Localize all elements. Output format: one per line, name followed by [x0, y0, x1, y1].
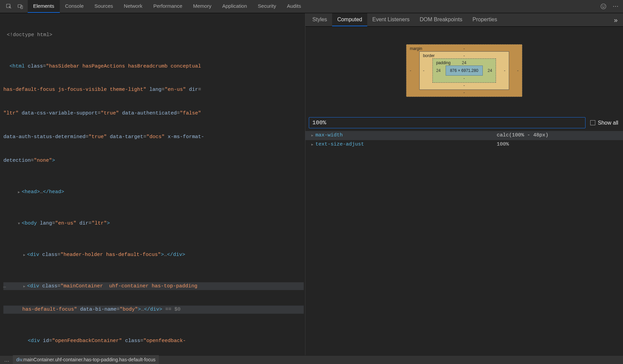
breadcrumb-overflow-icon[interactable]: …: [3, 356, 13, 364]
svg-point-5: [604, 6, 604, 6]
box-padding-left[interactable]: 24: [436, 68, 441, 73]
breadcrumb-classes: .mainContainer.uhf-container.has-top-pad…: [22, 357, 155, 362]
prop-value: calc(100% - 48px): [497, 132, 620, 139]
tab-label: Elements: [33, 2, 54, 10]
svg-point-4: [602, 6, 603, 6]
tab-label: Audits: [287, 2, 301, 10]
expand-triangle-icon[interactable]: [312, 141, 316, 149]
device-toolbar-icon[interactable]: [16, 0, 25, 13]
box-border-right[interactable]: -: [504, 68, 505, 73]
dom-div-header[interactable]: <div class="header-holder has-default-fo…: [3, 251, 304, 259]
feedback-smiley-icon[interactable]: [599, 0, 608, 13]
box-border-left[interactable]: -: [423, 68, 424, 73]
box-border-bottom[interactable]: -: [464, 83, 465, 88]
box-padding-bottom[interactable]: -: [464, 76, 465, 81]
expand-triangle-icon[interactable]: [312, 132, 316, 139]
inspect-element-icon[interactable]: [4, 0, 14, 13]
tab-label: DOM Breakpoints: [420, 16, 462, 24]
computed-properties-list: max-width calc(100% - 48px) text-size-ad…: [305, 131, 623, 149]
selected-node-ref: == $0: [162, 307, 180, 312]
dom-div-feedback[interactable]: <div id="openFeedbackContainer" class="o…: [3, 337, 304, 345]
tab-network[interactable]: Network: [119, 0, 148, 13]
box-border-top[interactable]: -: [464, 53, 465, 58]
tab-styles[interactable]: Styles: [307, 13, 332, 26]
svg-point-6: [613, 6, 614, 7]
tab-security[interactable]: Security: [252, 0, 281, 13]
devtools-main-tabs: Elements Console Sources Network Perform…: [0, 0, 623, 13]
svg-rect-2: [21, 6, 23, 9]
tab-label: Properties: [473, 16, 497, 24]
tab-application[interactable]: Application: [217, 0, 252, 13]
expand-triangle-icon[interactable]: [22, 282, 26, 290]
prop-name: max-width: [316, 132, 343, 139]
tab-label: Sources: [95, 2, 113, 10]
elements-side-tabs: Styles Computed Event Listeners DOM Brea…: [305, 13, 623, 27]
tab-label: Styles: [313, 16, 327, 24]
box-margin-label: margin: [410, 46, 422, 51]
computed-filter-input[interactable]: [309, 117, 585, 128]
dom-div-main-selected[interactable]: …<div class="mainContainer uhf-container…: [3, 282, 304, 290]
dom-doctype[interactable]: <!doctype html>: [3, 31, 304, 39]
box-padding-top[interactable]: 24: [462, 60, 466, 65]
dom-body-open[interactable]: <body lang="en-us" dir="ltr">: [3, 219, 304, 227]
svg-point-7: [615, 6, 616, 7]
tab-label: Console: [65, 2, 84, 10]
box-border-label: border: [423, 53, 435, 58]
tab-sources[interactable]: Sources: [89, 0, 119, 13]
tab-performance[interactable]: Performance: [148, 0, 188, 13]
tab-label: Computed: [337, 16, 362, 24]
elements-dom-tree[interactable]: <!doctype html> <html class="hasSidebar …: [0, 13, 305, 355]
box-margin-left[interactable]: -: [410, 68, 411, 73]
more-menu-icon[interactable]: [611, 0, 620, 13]
tab-label: Memory: [193, 2, 211, 10]
tab-memory[interactable]: Memory: [188, 0, 217, 13]
svg-point-8: [617, 6, 618, 7]
show-all-label: Show all: [598, 119, 618, 127]
dom-head[interactable]: <head>…</head>: [3, 188, 304, 196]
computed-property-row[interactable]: text-size-adjust 100%: [305, 140, 623, 149]
prop-value: 100%: [497, 141, 620, 149]
dom-html-open[interactable]: <html class="hasSidebar hasPageActions h…: [3, 62, 304, 70]
tab-label: Event Listeners: [372, 16, 409, 24]
tab-elements[interactable]: Elements: [28, 0, 60, 13]
tab-event-listeners[interactable]: Event Listeners: [367, 13, 415, 26]
expand-triangle-icon[interactable]: [17, 188, 21, 196]
box-model-diagram[interactable]: margin - - - - border - - - - padding 24: [305, 27, 623, 114]
box-padding-label: padding: [436, 60, 451, 65]
expand-triangle-icon[interactable]: [22, 251, 26, 259]
svg-point-3: [601, 4, 606, 9]
breadcrumb-item[interactable]: div.mainContainer.uhf-container.has-top-…: [13, 355, 159, 364]
show-all-toggle[interactable]: Show all: [590, 119, 618, 127]
tab-console[interactable]: Console: [60, 0, 89, 13]
tab-audits[interactable]: Audits: [281, 0, 306, 13]
elements-breadcrumb[interactable]: … div.mainContainer.uhf-container.has-to…: [0, 355, 623, 364]
tab-label: Network: [124, 2, 143, 10]
tab-label: Application: [222, 2, 247, 10]
expand-triangle-icon[interactable]: [17, 219, 21, 227]
box-content-size[interactable]: 876 × 6971.280: [446, 66, 483, 76]
box-margin-bottom[interactable]: -: [464, 90, 465, 95]
box-margin-right[interactable]: -: [517, 68, 519, 73]
computed-property-row[interactable]: max-width calc(100% - 48px): [305, 131, 623, 140]
breadcrumb-tag: div: [16, 357, 22, 362]
more-tabs-icon[interactable]: »: [610, 13, 621, 26]
checkbox-icon[interactable]: [590, 120, 595, 125]
tab-computed[interactable]: Computed: [332, 13, 367, 26]
tab-label: Security: [258, 2, 276, 10]
box-margin-top[interactable]: -: [464, 46, 465, 51]
tab-label: Performance: [153, 2, 182, 10]
tab-dom-breakpoints[interactable]: DOM Breakpoints: [415, 13, 467, 26]
box-padding-right[interactable]: 24: [488, 68, 492, 73]
prop-name: text-size-adjust: [316, 141, 364, 149]
tab-properties[interactable]: Properties: [468, 13, 502, 26]
